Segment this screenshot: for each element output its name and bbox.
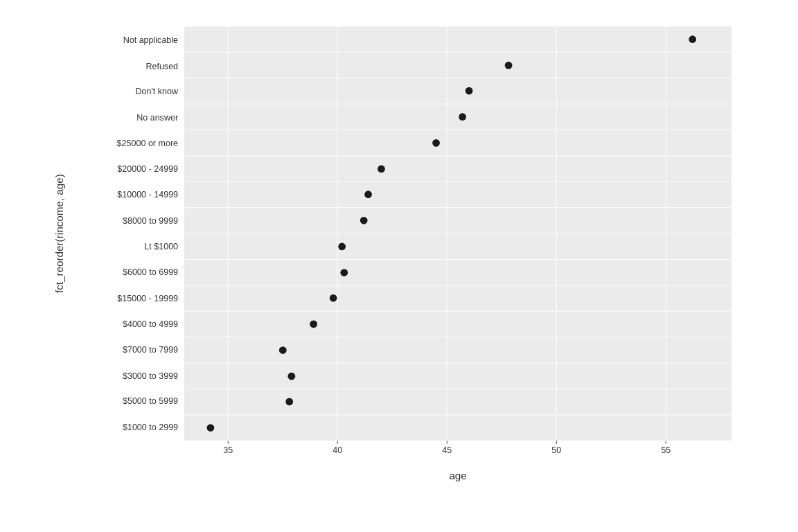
data-point-15 [689, 35, 696, 43]
data-point-13 [466, 87, 473, 95]
x-tick-50: 50 [551, 445, 561, 455]
y-label-9: $10000 - 14999 [117, 190, 178, 200]
data-point-2 [287, 373, 295, 380]
data-point-7 [338, 243, 346, 251]
y-label-14: Refused [145, 62, 178, 71]
y-label-15: Not applicable [123, 35, 178, 45]
x-tick-55: 55 [661, 445, 671, 455]
data-point-5 [330, 294, 337, 302]
data-point-9 [364, 190, 372, 198]
y-label-8: $8000 to 9999 [123, 216, 178, 226]
x-tick-35: 35 [223, 445, 233, 455]
data-point-10 [378, 166, 385, 173]
data-point-8 [360, 217, 368, 224]
data-point-14 [505, 62, 513, 69]
data-point-11 [432, 139, 440, 147]
x-tick-45: 45 [442, 445, 452, 455]
data-point-1 [285, 398, 293, 406]
y-axis-label: fct_reorder(rincome, age) [53, 174, 65, 293]
y-label-4: $4000 to 4999 [123, 319, 178, 329]
x-tick-40: 40 [332, 445, 342, 455]
y-label-1: $5000 to 5999 [123, 396, 178, 406]
y-label-13: Don't know [135, 87, 179, 96]
y-label-2: $3000 to 3999 [123, 371, 178, 381]
chart-container: $1000 to 2999 $5000 to 5999 $3000 to 399… [0, 0, 798, 532]
y-label-10: $20000 - 24999 [117, 164, 178, 174]
y-label-6: $6000 to 6999 [123, 267, 178, 277]
y-label-5: $15000 - 19999 [117, 294, 178, 303]
data-point-4 [310, 321, 317, 328]
data-point-6 [340, 269, 348, 276]
data-point-3 [279, 346, 287, 354]
y-label-12: No answer [136, 113, 178, 123]
y-label-0: $1000 to 2999 [123, 423, 178, 432]
y-label-7: Lt $1000 [144, 242, 178, 251]
data-point-12 [459, 113, 466, 121]
chart-area: $1000 to 2999 $5000 to 5999 $3000 to 399… [21, 14, 777, 490]
x-axis-label: age [449, 470, 466, 481]
y-label-11: $25000 or more [117, 139, 179, 148]
y-label-3: $7000 to 7999 [123, 345, 178, 355]
data-point-0 [207, 424, 215, 432]
